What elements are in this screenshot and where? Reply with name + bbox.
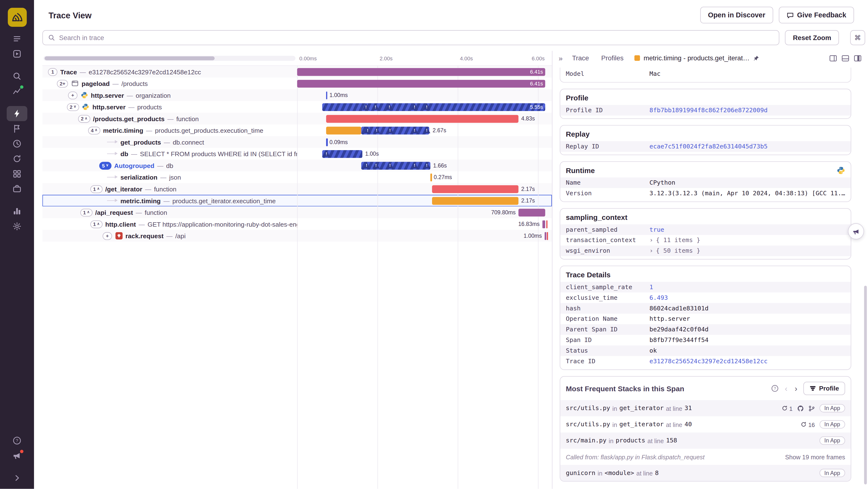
span-bar[interactable] <box>430 173 432 181</box>
layout-sidebar-right-icon[interactable] <box>827 53 838 63</box>
row-expand-chip[interactable]: 1∧ <box>90 220 102 228</box>
span-bar[interactable] <box>326 138 328 146</box>
separator: — <box>164 139 170 146</box>
row-expand-chip[interactable]: 1∧ <box>90 185 102 193</box>
stack-frame-row[interactable]: src/main.pyinproductsat line158In App <box>560 433 851 449</box>
span-bar[interactable] <box>518 208 545 216</box>
trace-row[interactable]: metric.timing—products.get_iterator.exec… <box>42 195 552 207</box>
span-bar[interactable] <box>361 162 430 169</box>
waterfall-scrollbar[interactable] <box>43 56 296 61</box>
main-area: Trace View Open in Discover Give Feedbac… <box>34 0 868 489</box>
trace-row[interactable]: 1∧http.client—GET https://application-mo… <box>42 218 552 230</box>
profile-button[interactable]: Profile <box>803 382 845 395</box>
trace-row[interactable]: 4∧metric.timing—products.get_products.ex… <box>42 124 552 136</box>
reset-zoom-button[interactable]: Reset Zoom <box>785 30 839 45</box>
span-bar[interactable]: 6.41s <box>297 68 545 76</box>
sidebar-item-releases[interactable] <box>7 121 28 136</box>
help-circle-icon[interactable]: ? <box>771 384 779 392</box>
keyboard-shortcut-button[interactable]: ⌘ <box>850 30 865 45</box>
tab-span-details[interactable]: metric.timing - products.get_iterat… <box>630 54 764 62</box>
trace-row[interactable]: 5∨Autogrouped—db!!!!!1.66s <box>42 160 552 171</box>
detail-value[interactable]: ›{ 11 items } <box>650 236 701 244</box>
row-expand-chip[interactable]: 2∨ <box>67 103 79 111</box>
detail-value[interactable]: 8fb7bb1891994f8c862f206e8722009d <box>650 107 768 114</box>
stack-frame-row[interactable]: src/utils.pyinget_iteratorat line4016In … <box>560 416 851 433</box>
row-expand-chip[interactable]: 1 <box>48 68 57 76</box>
sidebar-item-discover[interactable] <box>7 181 28 196</box>
trace-row[interactable]: 1∧/api_request—function709.80ms <box>42 206 552 218</box>
sidebar-item-settings[interactable] <box>7 219 28 234</box>
detail-value[interactable]: 6.493 <box>650 294 668 301</box>
row-expand-chip[interactable]: 1∧ <box>80 208 92 216</box>
trace-row-label: metric.timing—products.get_iterator.exec… <box>42 195 297 207</box>
trace-row[interactable]: 2∨http.server—products5.55s!!!!! <box>42 101 552 113</box>
row-expand-chip[interactable]: + <box>68 91 78 99</box>
detail-value[interactable]: ecae7c51f0024f2fa82e6314045d73b5 <box>650 143 768 150</box>
open-in-discover-button[interactable]: Open in Discover <box>700 7 773 23</box>
github-icon[interactable] <box>797 405 804 411</box>
sidebar-item-issues[interactable] <box>7 31 28 46</box>
sidebar-item-help[interactable]: ? <box>7 433 28 448</box>
tab-profiles[interactable]: Profiles <box>595 54 629 62</box>
span-bar[interactable] <box>432 197 518 204</box>
detail-key: Model <box>566 70 650 78</box>
trace-row[interactable]: get_products—db.connect0.09ms <box>42 136 552 148</box>
sentry-logo[interactable] <box>7 8 27 27</box>
detail-value[interactable]: ›{ 50 items } <box>650 247 701 254</box>
trace-row[interactable]: serialization—json0.27ms <box>42 171 552 183</box>
sidebar-item-stats[interactable] <box>7 166 28 181</box>
span-bar[interactable] <box>326 115 519 122</box>
stack-frame-row[interactable]: gunicornin<module>at line8In App <box>560 465 851 481</box>
sidebar-nav <box>7 31 28 234</box>
sidebar-item-crons[interactable] <box>7 151 28 166</box>
pin-icon[interactable] <box>753 55 759 61</box>
row-expand-chip[interactable]: 2∧ <box>78 115 90 122</box>
search-in-trace[interactable] <box>42 30 779 45</box>
detail-value[interactable]: e31278c256524c3297e2cd12458e12cc <box>650 358 768 365</box>
span-bar[interactable] <box>432 185 518 193</box>
layout-drawer-right-icon[interactable] <box>852 53 863 63</box>
stack-frame-row[interactable]: Called from: flask/app.py in Flask.dispa… <box>560 449 851 465</box>
window-scrollbar-thumb[interactable] <box>864 286 867 484</box>
trace-row[interactable]: +rack.request—/api1.00ms <box>42 230 552 242</box>
search-input[interactable] <box>59 34 774 41</box>
span-bar[interactable] <box>545 232 546 240</box>
span-bar[interactable]: 5.55s <box>322 103 545 111</box>
span-bar[interactable] <box>542 220 546 228</box>
span-bar[interactable] <box>326 91 328 99</box>
sidebar-item-explore[interactable] <box>7 68 28 84</box>
row-expand-chip[interactable]: 5∨ <box>99 162 112 169</box>
trace-row[interactable]: db—SELECT * FROM products WHERE id IN (S… <box>42 148 552 160</box>
trace-row[interactable]: +http.server—organization1.00ms <box>42 89 552 101</box>
give-feedback-button[interactable]: Give Feedback <box>779 7 854 23</box>
row-expand-chip[interactable]: + <box>102 232 112 240</box>
tab-trace[interactable]: Trace <box>567 54 595 62</box>
trace-row-label: 2∨http.server—products <box>42 101 297 113</box>
prev-stack-button[interactable]: ‹ <box>784 384 788 392</box>
collapse-drawer-icon[interactable]: » <box>556 54 565 62</box>
sidebar-item-collapse[interactable] <box>7 470 28 485</box>
layout-drawer-bottom-icon[interactable] <box>840 53 850 63</box>
stack-frame-row[interactable]: src/utils.pyinget_iteratorat line311In A… <box>560 400 851 416</box>
sidebar-item-whats-new[interactable] <box>7 448 28 463</box>
row-expand-chip[interactable]: 2+ <box>57 79 68 87</box>
show-more-frames[interactable]: Show 19 more frames <box>785 454 845 460</box>
trace-row[interactable]: 2∧/products.get_products—function4.83s <box>42 113 552 124</box>
source-link-icon[interactable] <box>808 405 815 411</box>
sidebar-item-metrics[interactable] <box>7 84 28 99</box>
trace-row[interactable]: 2+pageload—/products6.41s <box>42 78 552 89</box>
waterfall-scrollbar-thumb[interactable] <box>44 56 215 60</box>
detail-value[interactable]: 1 <box>650 284 653 291</box>
detail-value[interactable]: true <box>650 226 664 233</box>
trace-row[interactable]: 1Trace—e31278c256524c3297e2cd12458e12cc6… <box>42 66 552 78</box>
sidebar-item-alerts[interactable] <box>7 136 28 151</box>
span-bar[interactable]: 6.41s <box>297 79 545 87</box>
sidebar-item-dashboards[interactable] <box>7 204 28 219</box>
span-bar[interactable] <box>326 126 362 134</box>
feedback-float-button[interactable] <box>848 223 864 239</box>
sidebar-item-projects[interactable] <box>7 46 28 61</box>
row-expand-chip[interactable]: 4∧ <box>88 126 100 134</box>
next-stack-button[interactable]: › <box>794 384 798 392</box>
trace-row[interactable]: 1∧/get_iterator—function2.17s <box>42 183 552 195</box>
sidebar-item-performance[interactable] <box>7 106 28 121</box>
